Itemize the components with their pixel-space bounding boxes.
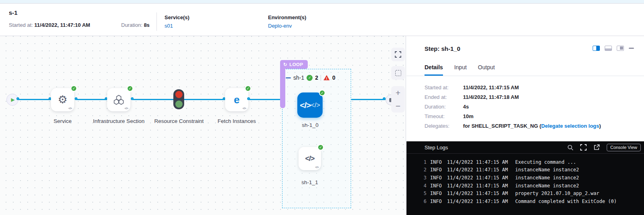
right-panel-layout-icon[interactable] <box>593 46 600 51</box>
header-divider <box>156 12 157 31</box>
harness-delegate-icon: e <box>234 94 240 105</box>
selection-box-icon <box>395 70 401 76</box>
environment-link[interactable]: Deplo-env <box>268 23 292 29</box>
script-icon: </> <box>311 102 320 109</box>
connector-dot <box>383 97 386 100</box>
duration-value: 8s <box>144 22 149 28</box>
detail-row-ended: Ended at: 11/4/2022, 11:47:18 AM <box>425 94 519 100</box>
open-in-new-icon[interactable] <box>593 144 600 151</box>
success-badge-icon: ✓ <box>127 85 133 92</box>
detail-row-delegates: Delegates: for SHELL_SCRIPT_TASK_NG (Del… <box>425 123 601 129</box>
zoom-in-button[interactable]: + <box>396 88 400 97</box>
hexagons-icon <box>114 94 124 105</box>
connector-dot <box>16 97 19 100</box>
node-label-service: Service <box>35 117 91 125</box>
top-toolbar-strip <box>0 0 644 4</box>
connector-dot <box>131 97 134 100</box>
success-badge-icon: ✓ <box>317 144 324 151</box>
loop-icon: ↻ <box>283 62 287 67</box>
detail-row-timeout: Timeout: 10m <box>425 113 473 119</box>
log-output[interactable]: 1 INFO 11/4/2022 11:47:15 AM Executing c… <box>406 154 644 215</box>
connector-dot <box>75 97 77 100</box>
delegate-selection-logs-link[interactable]: Delegate selection logs <box>541 123 599 129</box>
console-view-button[interactable]: Console View <box>607 144 641 151</box>
success-count-icon: ✓ <box>307 75 313 81</box>
step-logs-console: Step Logs Console View 1 INFO 11/4/2022 <box>406 141 644 215</box>
log-line: 5 INFO 11/4/2022 11:47:15 AM property 20… <box>406 189 644 197</box>
edge-fetch-loop <box>249 99 283 100</box>
script-icon: </> <box>242 107 246 110</box>
expand-icon[interactable] <box>580 144 587 151</box>
success-count: 2 <box>315 74 318 81</box>
started-at-value: 11/4/2022, 11:47:10 AM <box>35 22 90 28</box>
node-label-fetch-instances: Fetch Instances <box>209 117 265 125</box>
node-service[interactable]: ⚙ </> ✓ <box>51 88 74 111</box>
connector-dot <box>247 97 250 100</box>
failed-count: 0 <box>332 74 335 81</box>
services-label: Service(s) <box>165 14 189 20</box>
fullscreen-icon <box>395 51 401 58</box>
edge-service-infra <box>77 99 107 100</box>
shell-script-icon: </> <box>305 155 314 163</box>
environments-label: Environment(s) <box>268 14 306 20</box>
loop-group-box[interactable] <box>282 69 351 208</box>
step-logs-title: Step Logs <box>425 145 448 151</box>
node-label-resource-constraint: Resource Constraint <box>151 117 207 125</box>
script-icon: </> <box>124 107 128 110</box>
svg-text:!: ! <box>326 76 327 80</box>
log-line: 4 INFO 11/4/2022 11:47:15 AM instanceNam… <box>406 182 644 190</box>
script-icon: </> <box>315 166 319 169</box>
panel-layout-controls <box>593 46 634 51</box>
red-light-icon <box>175 91 183 98</box>
node-sh-1-0[interactable]: </> </> ✓ <box>297 92 323 118</box>
search-icon[interactable] <box>567 145 573 151</box>
warning-triangle-icon: ! <box>323 75 330 80</box>
gear-icon: ⚙ <box>58 94 67 105</box>
log-line: 1 INFO 11/4/2022 11:47:15 AM Executing c… <box>406 158 644 166</box>
success-badge-icon: ✓ <box>319 90 325 96</box>
step-logs-header: Step Logs Console View <box>406 141 644 154</box>
detail-row-started: Started at: 11/4/2022, 11:47:15 AM <box>425 84 519 90</box>
count-divider <box>321 75 321 81</box>
node-label-sh-1-1: sh-1_1 <box>282 179 338 187</box>
shell-script-icon: </> <box>300 100 311 110</box>
pipeline-canvas[interactable]: ▶ ⚙ </> ✓ Service </> ✓ Infrastructure S… <box>0 36 406 215</box>
loop-badge: ↻ LOOP <box>280 60 308 69</box>
duration: Duration: 8s <box>121 22 150 28</box>
zoom-controls[interactable]: + − <box>391 86 405 113</box>
loop-group-header[interactable]: sh-1 ✓ 2 ! 0 <box>286 74 335 81</box>
tab-details[interactable]: Details <box>425 64 443 76</box>
step-details-panel: Step: sh-1_0 Details Input Output Starte… <box>406 36 644 215</box>
script-icon: </> <box>68 107 72 110</box>
node-fetch-instances[interactable]: e </> ✓ <box>225 88 248 111</box>
play-icon: ▶ <box>10 97 14 102</box>
node-label-sh-1-0: sh-1_0 <box>282 121 338 129</box>
success-badge-icon: ✓ <box>245 85 251 92</box>
panel-tabs: Details Input Output <box>425 64 495 76</box>
fit-to-screen-button[interactable] <box>391 48 405 61</box>
tab-output[interactable]: Output <box>478 64 495 76</box>
log-line: 6 INFO 11/4/2022 11:47:15 AM Command com… <box>406 197 644 205</box>
marquee-select-button[interactable] <box>391 66 405 80</box>
zoom-out-button[interactable]: − <box>396 102 400 110</box>
green-light-icon <box>175 100 183 108</box>
edge-start-service <box>18 99 52 100</box>
node-sh-1-1[interactable]: </> </> ✓ <box>299 147 321 170</box>
service-link[interactable]: s01 <box>165 23 173 29</box>
log-line: 3 INFO 11/4/2022 11:47:15 AM instanceNam… <box>406 174 644 182</box>
minimize-icon[interactable] <box>629 48 634 49</box>
node-label-infrastructure: Infrastructure Section <box>91 117 147 125</box>
started-at: Started at: 11/4/2022, 11:47:10 AM <box>9 22 90 28</box>
group-name: sh-1 <box>293 74 304 81</box>
execution-header: s-1 Started at: 11/4/2022, 11:47:10 AM D… <box>0 4 644 36</box>
pipeline-title: s-1 <box>9 9 18 16</box>
node-infrastructure[interactable]: </> ✓ <box>107 88 130 111</box>
detail-row-duration: Duration: 4s <box>425 104 469 110</box>
node-resource-constraint[interactable] <box>173 89 184 109</box>
tab-input[interactable]: Input <box>454 64 467 76</box>
log-line: 2 INFO 11/4/2022 11:47:15 AM instanceNam… <box>406 166 644 174</box>
edge-loop-end <box>351 99 386 100</box>
bottom-panel-layout-icon[interactable] <box>605 46 612 51</box>
minimized-panel-layout-icon[interactable] <box>617 46 624 51</box>
collapse-dash-icon[interactable] <box>286 77 291 78</box>
